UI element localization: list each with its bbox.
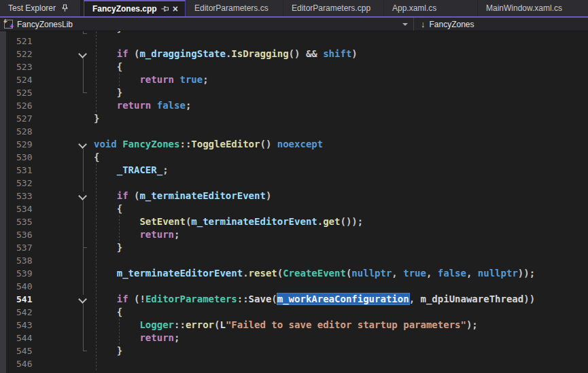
line-number[interactable]: 542 <box>16 306 32 319</box>
code-line[interactable]: 522 if (m_draggingState.IsDragging() && … <box>0 48 588 60</box>
tab-label: App.xaml.cs <box>392 3 436 13</box>
code-line[interactable]: 539 m_terminateEditorEvent.reset(CreateE… <box>0 267 588 280</box>
code-line[interactable]: 542 { <box>0 306 588 319</box>
code-text: { <box>94 60 122 73</box>
line-number[interactable]: 526 <box>16 99 32 112</box>
code-line[interactable]: 535 SetEvent(m_terminateEditorEvent.get(… <box>0 215 588 228</box>
pin-icon[interactable] <box>160 5 169 13</box>
tab-editorparameters-cpp[interactable]: EditorParameters.cpp <box>283 0 383 16</box>
tab-label: Test Explorer <box>8 3 56 13</box>
project-dropdown[interactable]: ++ FancyZonesLib <box>0 20 413 29</box>
fold-chevron-icon[interactable] <box>78 140 87 149</box>
code-text: m_terminateEditorEvent.reset(CreateEvent… <box>94 267 535 280</box>
code-line[interactable]: 532 <box>0 177 588 190</box>
scope-name: FancyZones <box>430 20 474 29</box>
line-number[interactable]: 545 <box>16 344 32 357</box>
pin-icon[interactable] <box>60 3 69 13</box>
line-number[interactable]: 528 <box>16 125 32 138</box>
code-line[interactable]: 523 { <box>0 60 588 73</box>
line-number[interactable]: 534 <box>16 202 32 215</box>
tab-editorparameters-cs[interactable]: EditorParameters.cs <box>186 0 283 16</box>
code-line[interactable]: 531 _TRACER_; <box>0 164 588 177</box>
code-line[interactable]: 540 <box>0 280 588 293</box>
active-tab-accent-line <box>0 16 588 18</box>
tab-mainwindow-xaml-cs[interactable]: MainWindow.xaml.cs <box>477 0 581 16</box>
code-line[interactable]: 536 return; <box>0 228 588 241</box>
line-number[interactable]: 524 <box>16 73 32 86</box>
fold-chevron-icon[interactable] <box>78 50 87 58</box>
code-text: } <box>94 241 122 254</box>
line-number[interactable]: 522 <box>16 48 32 60</box>
code-text: _TRACER_; <box>94 164 169 177</box>
tab-test-explorer[interactable]: Test Explorer <box>0 0 80 16</box>
code-text: { <box>94 151 99 164</box>
code-text: { <box>94 202 122 215</box>
line-number[interactable]: 535 <box>16 215 32 228</box>
code-line[interactable]: 538 <box>0 254 588 267</box>
code-line[interactable]: 544 return; <box>0 332 588 344</box>
code-line[interactable]: 529void FancyZones::ToggleEditor() noexc… <box>0 138 588 151</box>
tab-app-xaml-cs[interactable]: App.xaml.cs <box>383 0 477 16</box>
chevron-down-icon[interactable] <box>402 23 408 26</box>
code-line[interactable]: 526 return false; <box>0 99 588 112</box>
line-number[interactable]: 533 <box>16 190 32 202</box>
line-number[interactable]: 537 <box>16 241 32 254</box>
line-number[interactable]: 541 <box>16 293 32 306</box>
code-line[interactable]: 545 } <box>0 344 588 357</box>
line-number[interactable]: 540 <box>16 280 32 293</box>
tab-bar: Test Explorer FancyZones.cpp × EditorPar… <box>0 0 588 16</box>
fold-chevron-icon[interactable] <box>78 295 87 304</box>
cpp-library-icon: ++ <box>4 20 13 29</box>
code-line[interactable]: 530{ <box>0 151 588 164</box>
code-text: Logger::error(L"Failed to save editor st… <box>94 319 478 332</box>
code-line[interactable]: 521 <box>0 35 588 48</box>
code-line[interactable]: 541 if (!EditorParameters::Save(m_workAr… <box>0 293 588 306</box>
line-number[interactable]: 546 <box>16 357 32 370</box>
scope-dropdown[interactable]: ↓ FancyZones <box>414 19 474 29</box>
code-line[interactable]: 528 <box>0 125 588 138</box>
code-text: } <box>94 86 122 99</box>
code-line[interactable]: 534 { <box>0 202 588 215</box>
code-text: return true; <box>94 73 209 86</box>
line-number[interactable]: 531 <box>16 164 32 177</box>
code-text: return; <box>94 228 179 241</box>
line-number[interactable]: 525 <box>16 86 32 99</box>
line-number[interactable]: 544 <box>16 332 32 344</box>
code-text: void FancyZones::ToggleEditor() noexcept <box>94 138 323 151</box>
code-text: return false; <box>94 99 191 112</box>
line-number[interactable]: 539 <box>16 267 32 280</box>
code-text: { <box>94 306 122 319</box>
code-line[interactable]: 524 return true; <box>0 73 588 86</box>
tab-label: EditorParameters.cs <box>194 3 269 13</box>
line-number[interactable]: 529 <box>16 138 32 151</box>
code-line[interactable]: 543 Logger::error(L"Failed to save edito… <box>0 319 588 332</box>
line-number[interactable]: 538 <box>16 254 32 267</box>
code-line[interactable]: 546 <box>0 357 588 370</box>
project-name: FancyZonesLib <box>17 20 73 29</box>
close-icon[interactable]: × <box>173 4 178 14</box>
code-line[interactable]: 537 } <box>0 241 588 254</box>
code-editor[interactable]: 520 }521522 if (m_draggingState.IsDraggi… <box>0 31 588 373</box>
visual-studio-editor-window: Test Explorer FancyZones.cpp × EditorPar… <box>0 0 588 373</box>
tab-label: EditorParameters.cpp <box>292 3 370 13</box>
code-text: if (m_terminateEditorEvent) <box>94 190 271 202</box>
code-text: } <box>94 344 122 357</box>
line-number[interactable]: 521 <box>16 35 32 48</box>
tab-fancyzones-cpp[interactable]: FancyZones.cpp × <box>84 0 186 16</box>
line-number[interactable]: 536 <box>16 228 32 241</box>
line-number[interactable]: 523 <box>16 60 32 73</box>
fold-chevron-icon[interactable] <box>78 192 87 200</box>
tab-label: MainWindow.xaml.cs <box>486 3 562 13</box>
code-line[interactable]: 533 if (m_terminateEditorEvent) <box>0 190 588 202</box>
line-number[interactable]: 543 <box>16 319 32 332</box>
code-text: } <box>94 112 99 125</box>
code-text: SetEvent(m_terminateEditorEvent.get()); <box>94 215 363 228</box>
code-text: return; <box>94 332 179 344</box>
code-line[interactable]: 527} <box>0 112 588 125</box>
code-line[interactable]: 525 } <box>0 86 588 99</box>
tab-label: FancyZones.cpp <box>92 4 157 14</box>
navigation-bar: ++ FancyZonesLib ↓ FancyZones <box>0 18 588 31</box>
line-number[interactable]: 527 <box>16 112 32 125</box>
line-number[interactable]: 532 <box>16 177 32 190</box>
line-number[interactable]: 530 <box>16 151 32 164</box>
